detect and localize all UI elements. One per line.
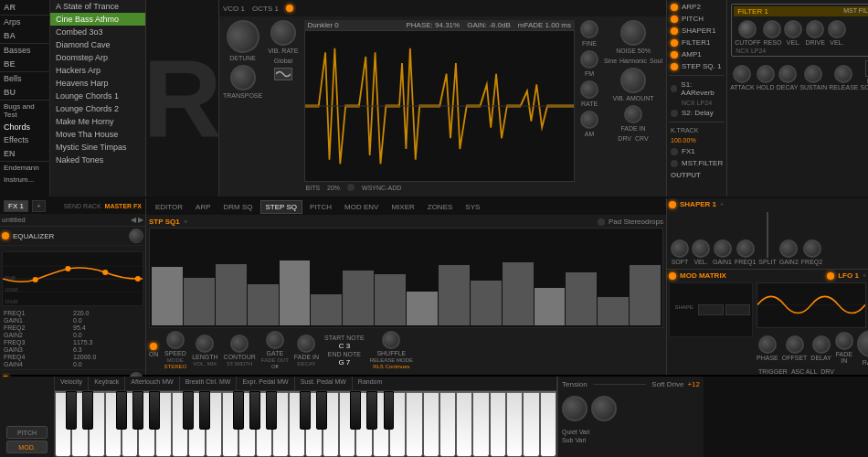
shape-val2[interactable] [725, 304, 750, 315]
black-key[interactable] [149, 391, 160, 430]
sidebar-item-bells[interactable]: Bells [0, 72, 49, 85]
step-bar[interactable] [503, 262, 534, 325]
step-bar[interactable] [535, 288, 566, 325]
sidebar-item-endemann[interactable]: Endemann [0, 162, 49, 174]
release-knob[interactable] [834, 65, 852, 83]
shape-val[interactable] [698, 304, 723, 315]
preset-item[interactable]: Move Tha House [50, 128, 145, 141]
black-key[interactable] [249, 391, 260, 430]
preset-item[interactable]: Heavens Harp [50, 77, 145, 90]
step-bar[interactable] [311, 294, 342, 325]
speed-knob[interactable] [166, 331, 185, 349]
black-key[interactable] [82, 391, 93, 430]
vel-knob[interactable] [784, 20, 802, 38]
aftertouch-tab[interactable]: Aftertouch MW [125, 377, 179, 390]
tension-knob[interactable] [562, 396, 587, 421]
preset-item[interactable]: A State of Trance [50, 0, 145, 13]
black-key[interactable] [199, 391, 210, 430]
tab-pitch[interactable]: PITCH [304, 200, 337, 214]
gain1-knob[interactable] [714, 239, 732, 258]
transpose-knob[interactable] [230, 65, 256, 90]
black-key[interactable] [183, 391, 194, 430]
black-key[interactable] [116, 391, 127, 430]
step-bar[interactable] [471, 281, 502, 325]
expr-tab[interactable]: Expr. Pedal MW [237, 377, 294, 390]
fade-in-knob[interactable] [624, 105, 642, 123]
sidebar-item-chords[interactable]: Chords [0, 121, 49, 133]
rate-knob[interactable] [580, 80, 598, 99]
am-knob[interactable] [580, 111, 598, 129]
step-bar[interactable] [598, 297, 629, 326]
gain2-knob[interactable] [779, 239, 798, 258]
tab-editor[interactable]: EDITOR [150, 200, 188, 214]
contour-knob[interactable] [230, 335, 249, 353]
drive-knob[interactable] [806, 20, 824, 38]
vibrate-knob[interactable] [270, 20, 296, 46]
sidebar-item-bugs[interactable]: Bugs and Test [0, 101, 49, 121]
step-bar[interactable] [184, 278, 215, 326]
black-key[interactable] [233, 391, 244, 430]
reso-knob[interactable] [763, 20, 781, 38]
shaper-vel-knob[interactable] [692, 239, 710, 258]
fx1-tab[interactable]: FX 1 [4, 200, 28, 212]
shaper-plus[interactable]: + [720, 201, 724, 207]
preset-item[interactable]: Mystic Sine Timpas [50, 141, 145, 154]
sust-tab[interactable]: Sust. Pedal MW [295, 377, 353, 390]
fine-knob[interactable] [580, 20, 598, 38]
preset-item-selected[interactable]: Cine Bass Athmo [50, 13, 145, 26]
fm-knob[interactable] [580, 50, 598, 69]
velocity-tab[interactable]: Velocity [55, 377, 89, 390]
cutoff-knob[interactable] [738, 20, 757, 38]
white-key[interactable] [423, 391, 439, 457]
fx-add-tab[interactable]: + [32, 200, 46, 212]
white-key[interactable] [439, 391, 456, 457]
step-bar[interactable] [566, 272, 597, 326]
lfo-plus[interactable]: + [863, 272, 866, 279]
length-knob[interactable] [196, 335, 214, 353]
sidebar-item-instruments[interactable]: Instrum... [0, 174, 49, 186]
vel2-knob[interactable] [828, 20, 846, 38]
step-bar[interactable] [630, 265, 661, 325]
step-bar[interactable] [152, 267, 183, 325]
vib-amount-knob[interactable] [620, 68, 646, 93]
black-key[interactable] [350, 391, 361, 430]
freq1s-knob[interactable] [736, 239, 755, 258]
tab-drm-sq[interactable]: DRM SQ [218, 200, 259, 214]
mod-btn[interactable]: MOD. [6, 441, 48, 453]
soft-drive-knob[interactable] [591, 396, 617, 421]
white-key[interactable] [456, 391, 472, 457]
sidebar-item-arps[interactable]: Arps [0, 16, 49, 28]
step-bar[interactable] [375, 274, 406, 325]
preset-item[interactable]: Lounge Chords 1 [50, 90, 145, 102]
eq-led[interactable] [2, 232, 9, 239]
tab-sys[interactable]: SYS [460, 200, 485, 214]
preset-item[interactable]: Combed 3o3 [50, 26, 145, 38]
hold-knob[interactable] [757, 65, 775, 83]
keytrack-tab[interactable]: Keytrack [89, 377, 125, 390]
detune-knob[interactable] [220, 14, 265, 58]
step-bar[interactable] [407, 292, 438, 326]
sidebar-item-effects[interactable]: Effects [0, 133, 49, 146]
preset-item[interactable]: Make Me Horny [50, 115, 145, 128]
noise-knob[interactable] [620, 20, 646, 46]
sustain-knob[interactable] [804, 65, 822, 83]
black-key[interactable] [316, 391, 327, 430]
white-key[interactable] [406, 391, 422, 457]
white-key[interactable] [472, 391, 489, 457]
tab-mod-env[interactable]: MOD ENV [339, 200, 384, 214]
black-key[interactable] [66, 391, 77, 430]
white-key[interactable] [490, 391, 506, 457]
tab-zones[interactable]: ZONES [422, 200, 459, 214]
preset-item[interactable]: Diamond Cave [50, 38, 145, 51]
eq-point-2[interactable] [65, 266, 70, 271]
gate-knob[interactable] [266, 331, 284, 349]
on-led[interactable] [150, 343, 157, 350]
random-tab[interactable]: Random [353, 377, 387, 390]
white-key[interactable] [506, 391, 523, 457]
preset-item[interactable]: Doomstep Arp [50, 51, 145, 64]
stpsq-plus[interactable]: + [184, 218, 188, 226]
eq-point-3[interactable] [102, 270, 108, 275]
black-key[interactable] [384, 391, 395, 430]
black-key[interactable] [366, 391, 377, 430]
eq-point-1[interactable] [33, 277, 38, 282]
